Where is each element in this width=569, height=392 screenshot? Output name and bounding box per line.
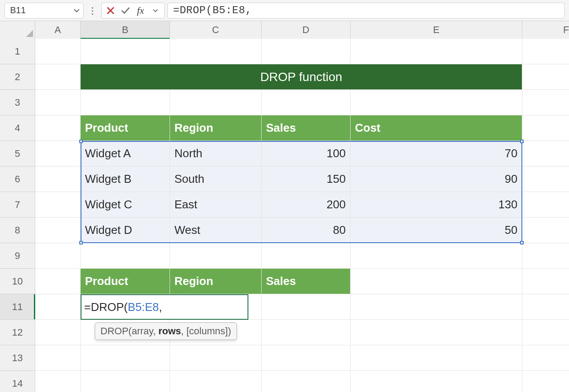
column-header-C[interactable]: C	[170, 21, 262, 39]
cancel-button[interactable]	[104, 4, 117, 17]
cell-B3[interactable]	[81, 90, 170, 115]
table1-cell-r3-c1: West	[170, 218, 262, 243]
column-header-F[interactable]: F	[522, 21, 569, 39]
cell-A13[interactable]	[35, 345, 81, 371]
cell-F10[interactable]	[522, 269, 569, 294]
cell-D12[interactable]	[262, 320, 351, 345]
cell-F12[interactable]	[522, 320, 569, 345]
table1-cell-r1-c3: 90	[351, 166, 522, 192]
cell-E10[interactable]	[351, 269, 522, 294]
cell-C3[interactable]	[170, 90, 262, 115]
cell-B1[interactable]	[81, 39, 170, 64]
table1-header-3: Cost	[351, 115, 522, 141]
active-cell-editor[interactable]: =DROP(B5:E8,	[81, 294, 248, 320]
row-header-3[interactable]: 3	[0, 90, 35, 115]
cell-F3[interactable]	[522, 90, 569, 115]
function-tooltip[interactable]: DROP(array, rows, [columns])	[95, 322, 237, 340]
cell-E1[interactable]	[351, 39, 522, 64]
select-all-corner[interactable]	[0, 21, 35, 39]
table2-header-0: Product	[81, 269, 170, 294]
cell-E9[interactable]	[351, 243, 522, 269]
cell-D1[interactable]	[262, 39, 351, 64]
cell-A6[interactable]	[35, 166, 81, 192]
cell-E13[interactable]	[351, 345, 522, 371]
row-header-1[interactable]: 1	[0, 39, 35, 64]
cell-C1[interactable]	[170, 39, 262, 64]
cell-F11[interactable]	[522, 294, 569, 320]
formula-input[interactable]: =DROP(B5:E8,	[167, 3, 565, 18]
row-header-7[interactable]: 7	[0, 192, 35, 218]
cell-D9[interactable]	[262, 243, 351, 269]
cell-A2[interactable]	[35, 64, 81, 90]
insert-function-button[interactable]: fx	[134, 4, 147, 17]
cell-B9[interactable]	[81, 243, 170, 269]
cell-C9[interactable]	[170, 243, 262, 269]
spreadsheet-grid: ABCDEF 1234567891011121314 DROP function…	[0, 21, 569, 392]
cell-A1[interactable]	[35, 39, 81, 64]
column-header-A[interactable]: A	[35, 21, 81, 39]
tooltip-arg-columns[interactable]: [columns]	[186, 325, 228, 337]
cell-A7[interactable]	[35, 192, 81, 218]
row-header-5[interactable]: 5	[0, 141, 35, 166]
cell-F5[interactable]	[522, 141, 569, 166]
cell-F7[interactable]	[522, 192, 569, 218]
row-header-13[interactable]: 13	[0, 345, 35, 371]
cell-F6[interactable]	[522, 166, 569, 192]
table1-cell-r3-c0: Widget D	[81, 218, 170, 243]
cell-F9[interactable]	[522, 243, 569, 269]
cell-B14[interactable]	[81, 371, 170, 392]
cell-E12[interactable]	[351, 320, 522, 345]
cell-A11[interactable]	[35, 294, 81, 320]
cell-C14[interactable]	[170, 371, 262, 392]
cell-E14[interactable]	[351, 371, 522, 392]
name-box-value: B11	[10, 5, 26, 15]
row-header-8[interactable]: 8	[0, 218, 35, 243]
cell-E11[interactable]	[351, 294, 522, 320]
row-header-10[interactable]: 10	[0, 269, 35, 294]
tooltip-arg-rows[interactable]: rows	[159, 325, 181, 337]
cell-A9[interactable]	[35, 243, 81, 269]
cell-A3[interactable]	[35, 90, 81, 115]
cell-D3[interactable]	[262, 90, 351, 115]
name-box[interactable]: B11	[4, 3, 84, 18]
column-header-B[interactable]: B	[81, 21, 170, 39]
cell-A14[interactable]	[35, 371, 81, 392]
cell-F8[interactable]	[522, 218, 569, 243]
chevron-down-icon[interactable]	[74, 7, 80, 14]
cell-F13[interactable]	[522, 345, 569, 371]
tooltip-arg-array[interactable]: array	[132, 325, 153, 337]
table1-cell-r0-c1: North	[170, 141, 262, 166]
chevron-down-icon[interactable]	[149, 4, 162, 17]
cell-A10[interactable]	[35, 269, 81, 294]
cell-A4[interactable]	[35, 115, 81, 141]
cell-C13[interactable]	[170, 345, 262, 371]
formula-range-ref: B5:E8	[128, 300, 159, 314]
row-header-11[interactable]: 11	[0, 294, 35, 320]
row-header-6[interactable]: 6	[0, 166, 35, 192]
cell-F1[interactable]	[522, 39, 569, 64]
cell-D11[interactable]	[262, 294, 351, 320]
row-header-2[interactable]: 2	[0, 64, 35, 90]
cell-A12[interactable]	[35, 320, 81, 345]
cell-D14[interactable]	[262, 371, 351, 392]
row-header-9[interactable]: 9	[0, 243, 35, 269]
table1-cell-r1-c0: Widget B	[81, 166, 170, 192]
row-header-4[interactable]: 4	[0, 115, 35, 141]
cell-A5[interactable]	[35, 141, 81, 166]
row-header-12[interactable]: 12	[0, 320, 35, 345]
cell-grid[interactable]: DROP functionProductRegionSalesCostWidge…	[35, 39, 569, 392]
cell-D13[interactable]	[262, 345, 351, 371]
cell-A8[interactable]	[35, 218, 81, 243]
column-header-E[interactable]: E	[351, 21, 522, 39]
enter-button[interactable]	[119, 4, 132, 17]
cell-B13[interactable]	[81, 345, 170, 371]
column-headers: ABCDEF	[0, 21, 569, 39]
cell-F2[interactable]	[522, 64, 569, 90]
cell-F14[interactable]	[522, 371, 569, 392]
cell-E3[interactable]	[351, 90, 522, 115]
table1-cell-r0-c0: Widget A	[81, 141, 170, 166]
cell-F4[interactable]	[522, 115, 569, 141]
column-header-D[interactable]: D	[262, 21, 351, 39]
tooltip-fn: DROP	[100, 325, 129, 337]
row-header-14[interactable]: 14	[0, 371, 35, 392]
